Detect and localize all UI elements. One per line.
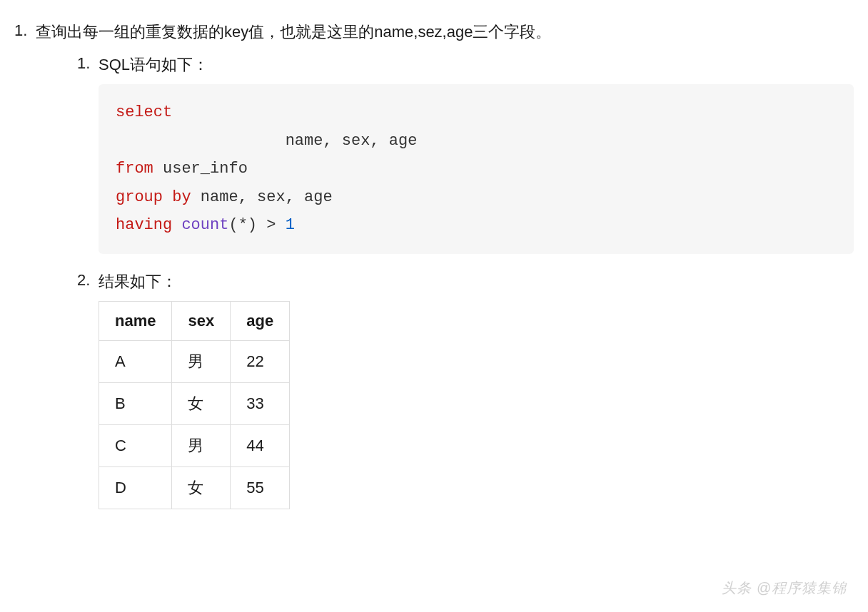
col-header-sex: sex: [172, 301, 231, 340]
outer-list-item-1: 查询出每一组的重复数据的key值，也就是这里的name,sez,age三个字段。…: [14, 21, 854, 509]
table-row: D 女 55: [99, 466, 290, 509]
gt-op: >: [257, 216, 286, 234]
keyword-select: select: [116, 103, 172, 121]
inner-list-item-2: 结果如下： name sex age A 男 22: [77, 271, 854, 509]
table-row: A 男 22: [99, 340, 290, 382]
inner-list-item-1: SQL语句如下： select name, sex, age from user…: [77, 54, 854, 254]
keyword-count: count: [181, 216, 228, 234]
cell-age: 22: [231, 340, 290, 382]
table-row: B 女 33: [99, 382, 290, 424]
space-1: [172, 216, 181, 234]
sql-code-block: select name, sex, age from user_info gro…: [99, 84, 854, 254]
cell-name: A: [99, 340, 172, 382]
inner-ordered-list: SQL语句如下： select name, sex, age from user…: [77, 54, 854, 509]
cell-name: D: [99, 466, 172, 509]
watermark-text: 头条 @程序猿集锦: [722, 578, 847, 598]
select-columns: name, sex, age: [116, 132, 417, 150]
cell-age: 33: [231, 382, 290, 424]
cell-sex: 男: [172, 340, 231, 382]
col-header-name: name: [99, 301, 172, 340]
keyword-by: by: [163, 188, 191, 206]
table-name: user_info: [153, 160, 248, 178]
keyword-having: having: [116, 216, 172, 234]
paren-close: ): [248, 216, 257, 234]
keyword-group: group: [116, 188, 163, 206]
inner-item-1-text: SQL语句如下：: [99, 56, 208, 73]
inner-item-2-text: 结果如下：: [99, 272, 177, 290]
literal-one: 1: [286, 216, 295, 234]
star: *: [238, 216, 248, 234]
cell-sex: 女: [172, 466, 231, 509]
cell-age: 55: [231, 466, 290, 509]
cell-age: 44: [231, 424, 290, 466]
table-header-row: name sex age: [99, 301, 290, 340]
cell-name: B: [99, 382, 172, 424]
cell-name: C: [99, 424, 172, 466]
group-columns: name, sex, age: [191, 188, 333, 206]
table-row: C 男 44: [99, 424, 290, 466]
paren-open: (: [228, 216, 238, 234]
cell-sex: 男: [172, 424, 231, 466]
outer-ordered-list: 查询出每一组的重复数据的key值，也就是这里的name,sez,age三个字段。…: [14, 21, 854, 509]
outer-item-1-text: 查询出每一组的重复数据的key值，也就是这里的name,sez,age三个字段。: [36, 23, 551, 41]
keyword-from: from: [116, 160, 153, 178]
result-table: name sex age A 男 22 B 女: [99, 301, 290, 509]
col-header-age: age: [231, 301, 290, 340]
cell-sex: 女: [172, 382, 231, 424]
